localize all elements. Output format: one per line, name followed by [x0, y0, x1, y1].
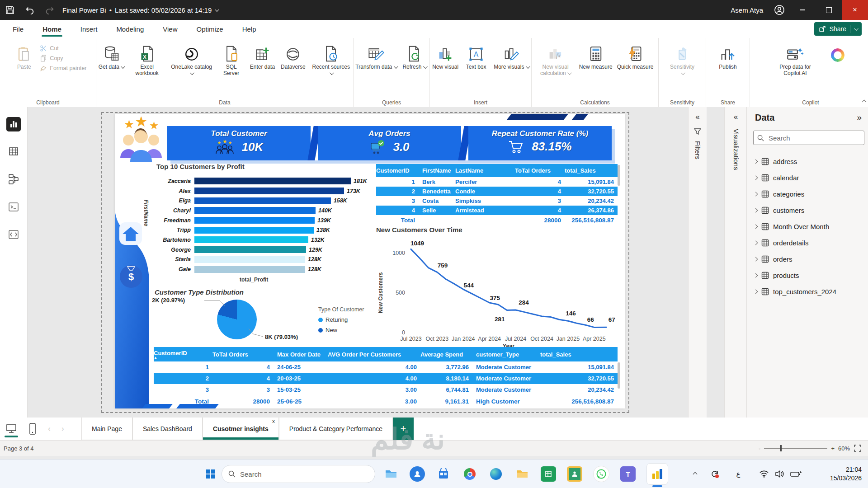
taskbar-icon-teams[interactable]: T [620, 466, 636, 482]
taskbar-icon-chrome[interactable] [462, 466, 477, 482]
summary-table-row[interactable]: 2420-03-254.008,180.14Moderate Customer3… [154, 373, 620, 384]
bar-row[interactable]: Alex173K [154, 186, 380, 196]
bar-row[interactable]: Freedman139K [154, 216, 380, 225]
bar-row[interactable]: Bartolemo132K [154, 235, 380, 245]
expand-icon[interactable] [754, 192, 758, 196]
customers-table-row[interactable]: 2BenedettaCondie432,720.55 [376, 187, 620, 196]
close-page-icon[interactable]: x [272, 418, 275, 424]
tray-chevron-icon[interactable] [688, 460, 702, 488]
onelake-catalog-button[interactable]: OneLake catalog [168, 42, 215, 78]
menu-item-home[interactable]: Home [36, 21, 68, 37]
taskbar-search[interactable]: Search [222, 460, 375, 488]
expand-icon[interactable] [754, 289, 758, 294]
bar[interactable] [194, 207, 316, 214]
data-search-input[interactable] [768, 134, 846, 142]
publish-button[interactable]: Publish [713, 42, 743, 71]
save-icon[interactable] [0, 0, 20, 20]
data-table-customers[interactable]: customers [751, 202, 865, 218]
data-search-box[interactable] [753, 131, 864, 145]
desktop-layout-icon[interactable] [0, 418, 23, 440]
dataverse-button[interactable]: Dataverse [278, 42, 308, 71]
zoom-out-icon[interactable]: - [759, 445, 760, 452]
menu-item-optimize[interactable]: Optimize [190, 21, 230, 37]
volume-icon[interactable] [772, 460, 787, 488]
menu-item-help[interactable]: Help [236, 21, 263, 37]
kpi-repeat-rate[interactable]: Repeat Customer Rate (%) 83.15% [468, 126, 612, 160]
bar-chart[interactable]: Zaccaria181KAlex173KElga158KCharyl140KFr… [154, 176, 380, 274]
zoom-slider[interactable] [764, 448, 827, 449]
start-button[interactable] [201, 460, 221, 488]
bar-row[interactable]: Gale128K [154, 264, 380, 274]
taskbar-icon-classroom[interactable] [567, 466, 582, 482]
legend-item-new[interactable]: New [318, 327, 364, 333]
bar[interactable] [194, 256, 305, 263]
tmdl-view-icon[interactable] [6, 227, 21, 242]
bar[interactable] [194, 197, 331, 204]
line-chart[interactable]: 05001000Jul 2023Oct 2023Jan 2024Apr 2024… [376, 234, 620, 348]
taskbar-icon-file-explorer[interactable] [383, 466, 399, 482]
prep-data-copilot-button[interactable]: Prep data for Copilot AI [769, 42, 822, 78]
taskbar-icon-whatsapp[interactable] [593, 466, 609, 482]
bar-row[interactable]: Starla128K [154, 255, 380, 265]
kpi-avg-orders[interactable]: Avg Orders 3.0 [318, 126, 461, 160]
customers-table-scrollbar[interactable] [618, 165, 620, 186]
mobile-layout-icon[interactable] [23, 418, 42, 440]
collapse-data-pane-icon[interactable]: » [857, 113, 862, 122]
page-tab-product-&-category-performance[interactable]: Product & Category Performance [279, 418, 393, 440]
menu-item-modeling[interactable]: Modeling [110, 21, 150, 37]
report-view-icon[interactable] [6, 117, 21, 131]
bar-row[interactable]: Zaccaria181K [154, 176, 380, 186]
recent-sources-button[interactable]: Recent sources [309, 42, 353, 78]
cut-button[interactable]: Cut [40, 45, 58, 52]
kpi-total-customer[interactable]: Total Customer ★★★ 10K [167, 126, 311, 160]
table-view-icon[interactable] [6, 144, 21, 159]
taskbar-clock[interactable]: 21:04 15/03/2026 [830, 460, 862, 488]
bar-row[interactable]: Charyl140K [154, 206, 380, 216]
data-table-address[interactable]: address [751, 153, 865, 169]
bar[interactable] [194, 236, 308, 243]
page-tab-main-page[interactable]: Main Page [81, 418, 132, 440]
bar-row[interactable]: George129K [154, 245, 380, 255]
copilot-button[interactable] [823, 42, 853, 63]
bar[interactable] [194, 227, 314, 234]
data-table-orderdetails[interactable]: orderdetails [751, 235, 865, 251]
account-name[interactable]: Asem Atya [731, 6, 763, 14]
filters-pane-collapsed[interactable]: « Filters [688, 107, 707, 418]
sync-icon[interactable] [707, 460, 722, 488]
new-measure-button[interactable]: New measure [577, 42, 614, 71]
text-box-button[interactable]: A Text box [461, 42, 491, 71]
expand-icon[interactable] [754, 224, 758, 229]
zoom-in-icon[interactable]: + [831, 445, 835, 452]
menu-item-view[interactable]: View [156, 21, 184, 37]
minimize-button[interactable] [789, 0, 816, 20]
report-page[interactable]: ★★★ $ [115, 114, 625, 408]
legend-item-returning[interactable]: Returing [318, 316, 364, 323]
data-table-orders[interactable]: orders [751, 251, 865, 267]
bar[interactable] [194, 266, 305, 273]
share-button[interactable]: Share [814, 22, 862, 36]
fit-to-page-icon[interactable] [854, 444, 862, 452]
expand-icon[interactable] [754, 240, 758, 245]
summary-table-scrollbar[interactable] [618, 362, 620, 389]
prev-page-icon[interactable]: ‹ [42, 418, 56, 440]
new-visual-button[interactable]: New visual [430, 42, 460, 71]
excel-workbook-button[interactable]: X Excel workbook [127, 42, 167, 78]
account-avatar-icon[interactable] [769, 0, 789, 20]
taskbar-icon-sheets[interactable] [541, 466, 556, 482]
taskbar-icon-people[interactable] [410, 466, 425, 482]
taskbar-icon-edge[interactable] [488, 466, 504, 482]
new-visual-calculation-button[interactable]: fx New visual calculation [535, 42, 576, 78]
taskbar-icon-folder[interactable] [514, 466, 530, 482]
maximize-button[interactable] [816, 0, 842, 20]
taskbar-icon-power-bi[interactable] [646, 463, 668, 485]
zoom-level[interactable]: 60% [838, 445, 850, 452]
bar-row[interactable]: Elga158K [154, 196, 380, 206]
menu-item-insert[interactable]: Insert [74, 21, 104, 37]
bar[interactable] [194, 188, 344, 194]
wifi-icon[interactable] [757, 460, 771, 488]
expand-icon[interactable] [754, 208, 758, 212]
undo-icon[interactable] [20, 0, 40, 20]
expand-icon[interactable] [754, 175, 758, 180]
model-view-icon[interactable] [6, 172, 21, 186]
sql-server-button[interactable]: SQL Server [216, 42, 247, 78]
